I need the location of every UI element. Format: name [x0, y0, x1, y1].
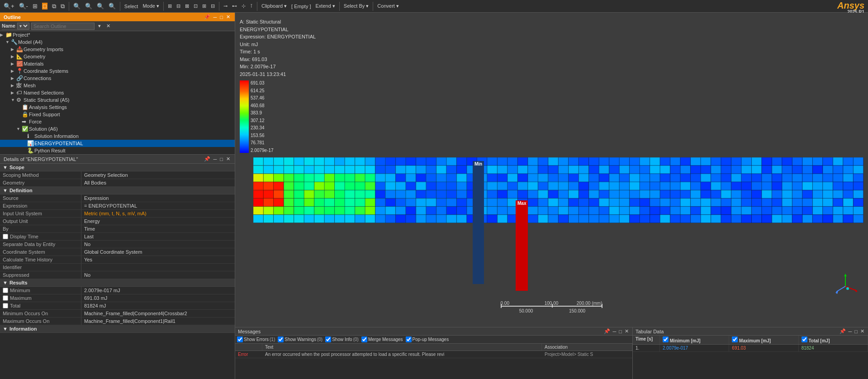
outline-min-btn[interactable]: ─	[213, 14, 218, 20]
zoom-out-btn[interactable]: 🔍-	[17, 2, 30, 10]
grid-btn6[interactable]: ⊟	[209, 2, 217, 10]
tab-close-btn[interactable]: ✕	[859, 328, 865, 334]
misc-btn1[interactable]: ⊸	[222, 2, 229, 10]
zoom-in2-btn[interactable]: 🔍	[71, 2, 82, 10]
search-btn[interactable]: ▾	[96, 22, 103, 30]
box-zoom-btn[interactable]: □	[40, 2, 49, 10]
tree-item-8[interactable]: ▶🏷Named Selections	[0, 89, 235, 96]
show-warnings-check[interactable]: Show Warnings (0)	[278, 336, 323, 342]
grid-btn1[interactable]: ⊞	[166, 2, 174, 10]
msgs-max-btn[interactable]: □	[618, 328, 623, 334]
misc-btn4[interactable]: ⊺	[248, 2, 255, 10]
mode-btn[interactable]: Mode ▾	[141, 2, 161, 10]
details-pin-btn[interactable]: 📌	[203, 156, 211, 162]
tab-max-btn[interactable]: □	[854, 328, 859, 334]
misc-btn3[interactable]: ⊹	[240, 2, 247, 10]
msgs-close-btn[interactable]: ✕	[624, 328, 630, 334]
tab-col-3: Total [mJ]	[799, 336, 868, 344]
tree-item-3[interactable]: ▶📐Geometry	[0, 53, 235, 60]
select-btn[interactable]: Select	[123, 3, 140, 10]
tabular-title: Tabular Data	[636, 329, 664, 334]
grid-btn5[interactable]: ⊞	[200, 2, 208, 10]
tree-item-11[interactable]: 🔒Fixed Support	[0, 111, 235, 118]
tree-expand[interactable]: ▶	[11, 54, 16, 59]
outline-pin-btn[interactable]: 📌	[203, 14, 211, 20]
search-input[interactable]	[31, 23, 95, 30]
tree-expand[interactable]: ▼	[11, 98, 16, 102]
tree-item-13[interactable]: ▼✅Solution (A6)	[0, 125, 235, 133]
legend-labels: 691.03614.25537.46460.68383.9307.12230.3…	[251, 81, 274, 153]
copy-btn[interactable]: ⧉	[50, 2, 58, 11]
outline-close-btn[interactable]: ✕	[225, 14, 231, 20]
tree-expand[interactable]: ▶	[11, 76, 16, 81]
tree-item-15[interactable]: 📊ENERGYPOTENTIAL	[0, 140, 235, 147]
tree-expand[interactable]: ▶	[11, 62, 16, 66]
copy2-btn[interactable]: ⧉	[59, 2, 66, 11]
detail-checkbox[interactable]	[3, 303, 8, 308]
details-row-4: ByTime	[0, 225, 235, 233]
misc-btn2[interactable]: ⊷	[230, 2, 239, 10]
tree-item-7[interactable]: ▶🕸Mesh	[0, 82, 235, 89]
tree-expand[interactable]: ▶	[11, 90, 16, 95]
tree-item-12[interactable]: ➡Force	[0, 118, 235, 125]
tree-item-14[interactable]: ℹSolution Information	[0, 133, 235, 140]
merge-messages-check[interactable]: Merge Messages	[361, 336, 403, 342]
detail-key-cell: Expression	[0, 202, 81, 209]
zoom-out2-btn[interactable]: 🔍	[95, 2, 106, 10]
ansys-name: Ansys	[837, 1, 864, 10]
show-info-check[interactable]: Show Info (0)	[325, 336, 359, 342]
tree-item-9[interactable]: ▼⚙Static Structural (A5)	[0, 96, 235, 104]
legend-value: 383.9	[251, 110, 274, 115]
details-section-scope[interactable]: ▼ Scope	[0, 164, 235, 171]
convert-btn[interactable]: Convert ▾	[375, 2, 401, 10]
details-section-information[interactable]: ▼ Information	[0, 325, 235, 333]
viewport[interactable]: A: Static Structural ENERGYPOTENTIAL Exp…	[235, 13, 868, 327]
details-max-btn[interactable]: □	[219, 156, 224, 162]
outline-max-btn[interactable]: □	[219, 14, 224, 20]
tree-item-1[interactable]: ▼🔧Model (A4)	[0, 38, 235, 46]
msgs-min-btn[interactable]: ─	[612, 328, 617, 334]
detail-checkbox[interactable]	[3, 288, 8, 293]
empty-btn[interactable]: [ Empty ]	[289, 3, 313, 10]
tree-item-16[interactable]: 🐍Python Result	[0, 147, 235, 154]
tree-icon: ⚙	[16, 97, 24, 103]
detail-checkbox[interactable]	[3, 295, 8, 301]
zoom-fit2-btn[interactable]: 🔍	[83, 2, 94, 10]
grid-btn3[interactable]: ⊠	[183, 2, 191, 10]
detail-checkbox[interactable]	[3, 234, 8, 239]
show-errors-check[interactable]: Show Errors (1)	[237, 336, 275, 342]
msgs-pin-btn[interactable]: 📌	[603, 328, 611, 334]
tree-item-0[interactable]: ▶📁Project*	[0, 31, 235, 38]
extend-btn[interactable]: Extend ▾	[314, 2, 337, 10]
tree-item-6[interactable]: ▶🔗Connections	[0, 75, 235, 82]
tree-item-2[interactable]: ▶📥Geometry Imports	[0, 46, 235, 53]
name-col-select[interactable]: ▾	[17, 23, 29, 29]
outline-panel: Outline 📌 ─ □ ✕ Name ▾ ▾ ✕ ▶📁Proje	[0, 13, 235, 155]
details-min-btn[interactable]: ─	[213, 156, 218, 162]
tab-min-btn[interactable]: ─	[848, 328, 853, 334]
tree-item-4[interactable]: ▶🧱Materials	[0, 60, 235, 67]
result-time: Time: 1 s	[240, 48, 316, 56]
details-section-definition[interactable]: ▼ Definition	[0, 187, 235, 194]
select-by-btn[interactable]: Select By ▾	[342, 2, 371, 10]
outline-header-controls: 📌 ─ □ ✕	[203, 14, 231, 20]
zoom-fit-btn[interactable]: ⊞	[31, 2, 39, 10]
grid-btn2[interactable]: ⊟	[175, 2, 182, 10]
zoom-in-btn[interactable]: 🔍+	[2, 2, 16, 10]
tree-item-5[interactable]: ▶📍Coordinate Systems	[0, 67, 235, 75]
tab-pin-btn[interactable]: 📌	[839, 328, 847, 334]
popup-messages-check[interactable]: Pop-up Messages	[406, 336, 449, 342]
details-close-btn[interactable]: ✕	[225, 156, 231, 162]
tree-expand[interactable]: ▶	[11, 69, 16, 73]
details-section-results[interactable]: ▼ Results	[0, 279, 235, 287]
tree-expand[interactable]: ▶	[11, 83, 16, 88]
grid-btn4[interactable]: ⊡	[192, 2, 199, 10]
tree-expand[interactable]: ▼	[16, 127, 22, 131]
tree-expand[interactable]: ▶	[0, 33, 5, 37]
zoom-out3-btn[interactable]: 🔍	[107, 2, 118, 10]
tree-item-10[interactable]: 📋Analysis Settings	[0, 104, 235, 111]
clipboard-btn[interactable]: Clipboard ▾	[260, 2, 289, 10]
search-clear-btn[interactable]: ✕	[104, 22, 112, 30]
tree-expand[interactable]: ▼	[5, 40, 11, 44]
tree-expand[interactable]: ▶	[11, 47, 16, 52]
